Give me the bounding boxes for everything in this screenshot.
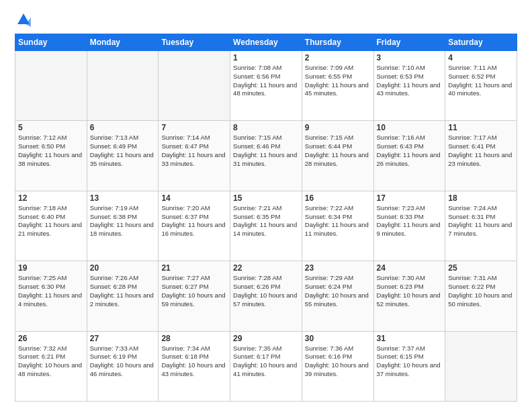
calendar-cell: 19Sunrise: 7:25 AM Sunset: 6:30 PM Dayli… — [15, 261, 87, 331]
calendar-cell: 30Sunrise: 7:36 AM Sunset: 6:16 PM Dayli… — [302, 331, 373, 401]
day-info: Sunrise: 7:14 AM Sunset: 6:47 PM Dayligh… — [161, 134, 227, 168]
day-number: 6 — [90, 123, 156, 132]
day-number: 25 — [448, 263, 514, 273]
calendar-cell: 21Sunrise: 7:27 AM Sunset: 6:27 PM Dayli… — [159, 261, 230, 331]
page: SundayMondayTuesdayWednesdayThursdayFrid… — [0, 0, 532, 411]
day-info: Sunrise: 7:27 AM Sunset: 6:27 PM Dayligh… — [161, 274, 227, 308]
calendar-cell: 13Sunrise: 7:19 AM Sunset: 6:38 PM Dayli… — [87, 191, 159, 261]
day-info: Sunrise: 7:35 AM Sunset: 6:17 PM Dayligh… — [233, 345, 299, 379]
day-info: Sunrise: 7:30 AM Sunset: 6:23 PM Dayligh… — [377, 274, 443, 308]
calendar-cell: 5Sunrise: 7:12 AM Sunset: 6:50 PM Daylig… — [15, 121, 87, 191]
header — [15, 12, 517, 27]
weekday-header-saturday: Saturday — [445, 34, 517, 51]
day-number: 9 — [305, 123, 371, 132]
calendar-week-2: 5Sunrise: 7:12 AM Sunset: 6:50 PM Daylig… — [15, 121, 517, 191]
calendar-cell: 18Sunrise: 7:24 AM Sunset: 6:31 PM Dayli… — [445, 191, 517, 261]
calendar-table: SundayMondayTuesdayWednesdayThursdayFrid… — [15, 34, 517, 402]
day-number: 12 — [18, 193, 84, 203]
day-number: 22 — [233, 263, 299, 273]
day-info: Sunrise: 7:17 AM Sunset: 6:41 PM Dayligh… — [448, 134, 514, 168]
calendar-cell: 2Sunrise: 7:09 AM Sunset: 6:55 PM Daylig… — [302, 51, 373, 121]
calendar-cell — [87, 51, 159, 121]
day-number: 24 — [377, 263, 443, 273]
day-info: Sunrise: 7:36 AM Sunset: 6:16 PM Dayligh… — [305, 345, 371, 379]
calendar-cell: 12Sunrise: 7:18 AM Sunset: 6:40 PM Dayli… — [15, 191, 87, 261]
day-number: 13 — [90, 193, 156, 203]
day-info: Sunrise: 7:28 AM Sunset: 6:26 PM Dayligh… — [233, 274, 299, 308]
day-number: 14 — [161, 193, 227, 203]
weekday-header-sunday: Sunday — [15, 34, 87, 51]
day-info: Sunrise: 7:26 AM Sunset: 6:28 PM Dayligh… — [90, 274, 156, 308]
weekday-header-tuesday: Tuesday — [159, 34, 230, 51]
calendar-cell: 20Sunrise: 7:26 AM Sunset: 6:28 PM Dayli… — [87, 261, 159, 331]
day-number: 19 — [18, 263, 84, 273]
calendar-cell: 7Sunrise: 7:14 AM Sunset: 6:47 PM Daylig… — [159, 121, 230, 191]
day-number: 21 — [161, 263, 227, 273]
day-info: Sunrise: 7:20 AM Sunset: 6:37 PM Dayligh… — [161, 204, 227, 238]
day-number: 30 — [305, 334, 371, 343]
day-number: 8 — [233, 123, 299, 132]
weekday-header-wednesday: Wednesday — [230, 34, 302, 51]
calendar-cell — [15, 51, 87, 121]
calendar-cell: 29Sunrise: 7:35 AM Sunset: 6:17 PM Dayli… — [230, 331, 302, 401]
weekday-header-monday: Monday — [87, 34, 159, 51]
day-info: Sunrise: 7:31 AM Sunset: 6:22 PM Dayligh… — [448, 274, 514, 308]
weekday-header-row: SundayMondayTuesdayWednesdayThursdayFrid… — [15, 34, 517, 51]
calendar-cell: 11Sunrise: 7:17 AM Sunset: 6:41 PM Dayli… — [445, 121, 517, 191]
calendar-cell: 28Sunrise: 7:34 AM Sunset: 6:18 PM Dayli… — [159, 331, 230, 401]
day-info: Sunrise: 7:29 AM Sunset: 6:24 PM Dayligh… — [305, 274, 371, 308]
day-info: Sunrise: 7:25 AM Sunset: 6:30 PM Dayligh… — [18, 274, 84, 308]
day-info: Sunrise: 7:24 AM Sunset: 6:31 PM Dayligh… — [448, 204, 514, 238]
day-info: Sunrise: 7:37 AM Sunset: 6:15 PM Dayligh… — [377, 345, 443, 379]
day-number: 4 — [448, 53, 514, 62]
calendar-cell: 10Sunrise: 7:16 AM Sunset: 6:43 PM Dayli… — [373, 121, 445, 191]
logo — [15, 12, 32, 27]
calendar-week-4: 19Sunrise: 7:25 AM Sunset: 6:30 PM Dayli… — [15, 261, 517, 331]
day-number: 15 — [233, 193, 299, 203]
day-info: Sunrise: 7:12 AM Sunset: 6:50 PM Dayligh… — [18, 134, 84, 168]
day-info: Sunrise: 7:15 AM Sunset: 6:44 PM Dayligh… — [305, 134, 371, 168]
day-number: 1 — [233, 53, 299, 62]
calendar-cell: 6Sunrise: 7:13 AM Sunset: 6:49 PM Daylig… — [87, 121, 159, 191]
weekday-header-friday: Friday — [373, 34, 445, 51]
day-info: Sunrise: 7:32 AM Sunset: 6:21 PM Dayligh… — [18, 345, 84, 379]
calendar-cell: 4Sunrise: 7:11 AM Sunset: 6:52 PM Daylig… — [445, 51, 517, 121]
calendar-cell: 15Sunrise: 7:21 AM Sunset: 6:35 PM Dayli… — [230, 191, 302, 261]
day-number: 26 — [18, 334, 84, 343]
calendar-week-5: 26Sunrise: 7:32 AM Sunset: 6:21 PM Dayli… — [15, 331, 517, 401]
day-number: 10 — [377, 123, 443, 132]
day-info: Sunrise: 7:13 AM Sunset: 6:49 PM Dayligh… — [90, 134, 156, 168]
calendar-cell: 3Sunrise: 7:10 AM Sunset: 6:53 PM Daylig… — [373, 51, 445, 121]
calendar-cell — [159, 51, 230, 121]
day-number: 3 — [377, 53, 443, 62]
day-number: 31 — [377, 334, 443, 343]
calendar-cell: 26Sunrise: 7:32 AM Sunset: 6:21 PM Dayli… — [15, 331, 87, 401]
calendar-cell: 27Sunrise: 7:33 AM Sunset: 6:19 PM Dayli… — [87, 331, 159, 401]
day-number: 23 — [305, 263, 371, 273]
calendar-cell: 24Sunrise: 7:30 AM Sunset: 6:23 PM Dayli… — [373, 261, 445, 331]
calendar-cell: 17Sunrise: 7:23 AM Sunset: 6:33 PM Dayli… — [373, 191, 445, 261]
calendar-cell: 8Sunrise: 7:15 AM Sunset: 6:46 PM Daylig… — [230, 121, 302, 191]
day-number: 2 — [305, 53, 371, 62]
day-number: 17 — [377, 193, 443, 203]
day-info: Sunrise: 7:10 AM Sunset: 6:53 PM Dayligh… — [377, 64, 443, 98]
day-info: Sunrise: 7:15 AM Sunset: 6:46 PM Dayligh… — [233, 134, 299, 168]
day-number: 7 — [161, 123, 227, 132]
calendar-cell: 1Sunrise: 7:08 AM Sunset: 6:56 PM Daylig… — [230, 51, 302, 121]
calendar-cell: 22Sunrise: 7:28 AM Sunset: 6:26 PM Dayli… — [230, 261, 302, 331]
day-info: Sunrise: 7:33 AM Sunset: 6:19 PM Dayligh… — [90, 345, 156, 379]
day-number: 20 — [90, 263, 156, 273]
calendar-cell: 14Sunrise: 7:20 AM Sunset: 6:37 PM Dayli… — [159, 191, 230, 261]
day-number: 28 — [161, 334, 227, 343]
calendar-week-3: 12Sunrise: 7:18 AM Sunset: 6:40 PM Dayli… — [15, 191, 517, 261]
day-number: 27 — [90, 334, 156, 343]
calendar-cell: 25Sunrise: 7:31 AM Sunset: 6:22 PM Dayli… — [445, 261, 517, 331]
calendar-cell: 16Sunrise: 7:22 AM Sunset: 6:34 PM Dayli… — [302, 191, 373, 261]
day-number: 5 — [18, 123, 84, 132]
calendar-cell: 9Sunrise: 7:15 AM Sunset: 6:44 PM Daylig… — [302, 121, 373, 191]
day-number: 18 — [448, 193, 514, 203]
weekday-header-thursday: Thursday — [302, 34, 373, 51]
day-info: Sunrise: 7:18 AM Sunset: 6:40 PM Dayligh… — [18, 204, 84, 238]
calendar-week-1: 1Sunrise: 7:08 AM Sunset: 6:56 PM Daylig… — [15, 51, 517, 121]
day-number: 16 — [305, 193, 371, 203]
